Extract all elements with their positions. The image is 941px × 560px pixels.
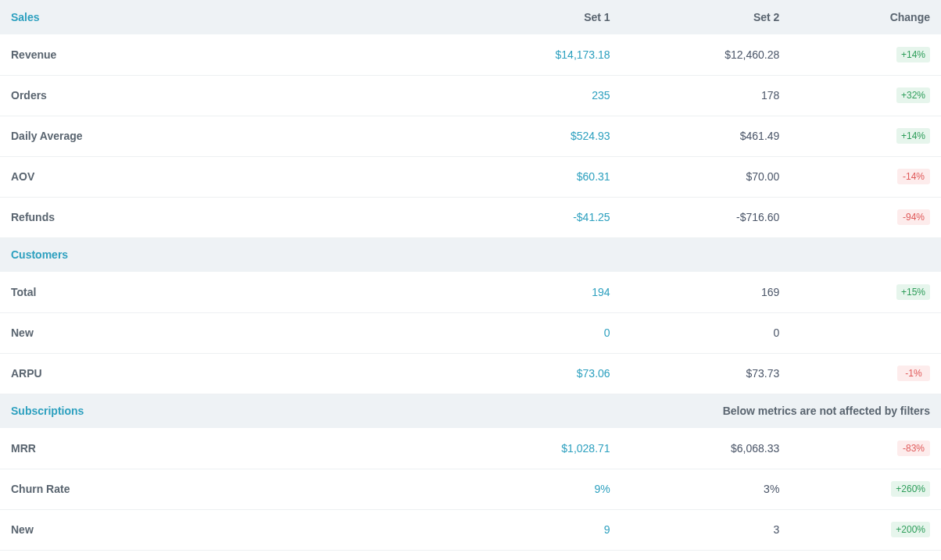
metric-change: +14% — [790, 116, 941, 156]
metric-change: +32% — [790, 75, 941, 116]
metric-set1[interactable]: $60.31 — [452, 156, 621, 197]
metric-set2: $73.73 — [621, 353, 791, 394]
metric-label-total: Total — [0, 272, 452, 312]
metric-set2: 26 — [621, 550, 791, 560]
table-row: Refunds -$41.25 -$716.60 -94% — [0, 197, 941, 237]
table-row: AOV $60.31 $70.00 -14% — [0, 156, 941, 197]
metric-change: -94% — [790, 197, 941, 237]
table-row: Churn Rate 9% 3% +260% — [0, 469, 941, 509]
change-badge: +14% — [896, 128, 930, 144]
comparison-table: Sales Set 1 Set 2 Change Revenue $14,173… — [0, 0, 941, 560]
metric-set1[interactable]: 194 — [452, 272, 621, 312]
metric-label-orders: Orders — [0, 75, 452, 116]
metric-change: +15% — [790, 272, 941, 312]
metric-set2: $70.00 — [621, 156, 791, 197]
table-row: Churned 20 26 -23% — [0, 550, 941, 560]
change-badge: +14% — [896, 47, 930, 62]
change-badge: +260% — [891, 481, 930, 497]
metric-set2: $461.49 — [621, 116, 791, 156]
metric-change: -1% — [790, 353, 941, 394]
table-row: ARPU $73.06 $73.73 -1% — [0, 353, 941, 394]
metric-label-mrr: MRR — [0, 428, 452, 469]
metric-label-churn-rate: Churn Rate — [0, 469, 452, 509]
section-title-sales: Sales — [0, 0, 452, 34]
table-row: New 0 0 — [0, 312, 941, 353]
table-row: Revenue $14,173.18 $12,460.28 +14% — [0, 34, 941, 75]
change-badge: -1% — [897, 366, 930, 381]
metric-label-refunds: Refunds — [0, 197, 452, 237]
column-header-set2: Set 2 — [621, 0, 791, 34]
change-badge: +15% — [896, 284, 930, 300]
metric-change: +14% — [790, 34, 941, 75]
metric-set1[interactable]: 9 — [452, 509, 621, 550]
metric-change: -14% — [790, 156, 941, 197]
change-badge: -83% — [897, 441, 930, 456]
metric-change: -83% — [790, 428, 941, 469]
metric-label-aov: AOV — [0, 156, 452, 197]
metric-set2: $12,460.28 — [621, 34, 791, 75]
section-header-subscriptions: Subscriptions Below metrics are not affe… — [0, 394, 941, 428]
metric-set1[interactable]: -$41.25 — [452, 197, 621, 237]
metric-set2: $6,068.33 — [621, 428, 791, 469]
metric-set1[interactable]: 9% — [452, 469, 621, 509]
metric-label-subscriptions-new: New — [0, 509, 452, 550]
metric-label-daily-average: Daily Average — [0, 116, 452, 156]
metric-change: +260% — [790, 469, 941, 509]
section-note-subscriptions: Below metrics are not affected by filter… — [452, 394, 941, 428]
metric-set2: -$716.60 — [621, 197, 791, 237]
section-title-subscriptions: Subscriptions — [0, 394, 452, 428]
metric-change — [790, 312, 941, 353]
section-header-sales: Sales Set 1 Set 2 Change — [0, 0, 941, 34]
metric-set2: 178 — [621, 75, 791, 116]
metric-set1[interactable]: 20 — [452, 550, 621, 560]
table-row: Total 194 169 +15% — [0, 272, 941, 312]
metric-set1[interactable]: $14,173.18 — [452, 34, 621, 75]
metric-set2: 169 — [621, 272, 791, 312]
metric-set1[interactable]: $1,028.71 — [452, 428, 621, 469]
change-badge: -94% — [897, 209, 930, 225]
change-badge: +32% — [896, 87, 930, 103]
metric-set1[interactable]: 235 — [452, 75, 621, 116]
table-row: Daily Average $524.93 $461.49 +14% — [0, 116, 941, 156]
column-header-change: Change — [790, 0, 941, 34]
metric-change: +200% — [790, 509, 941, 550]
table-row: New 9 3 +200% — [0, 509, 941, 550]
metric-label-arpu: ARPU — [0, 353, 452, 394]
section-title-customers: Customers — [0, 237, 941, 272]
column-header-set1: Set 1 — [452, 0, 621, 34]
metric-label-customers-new: New — [0, 312, 452, 353]
metric-label-churned: Churned — [0, 550, 452, 560]
metric-label-revenue: Revenue — [0, 34, 452, 75]
change-badge: +200% — [891, 522, 930, 537]
metric-set1[interactable]: $73.06 — [452, 353, 621, 394]
change-badge: -14% — [897, 169, 930, 184]
metric-set1[interactable]: $524.93 — [452, 116, 621, 156]
table-row: MRR $1,028.71 $6,068.33 -83% — [0, 428, 941, 469]
metric-set1[interactable]: 0 — [452, 312, 621, 353]
metric-change: -23% — [790, 550, 941, 560]
metric-set2: 0 — [621, 312, 791, 353]
section-header-customers: Customers — [0, 237, 941, 272]
metric-set2: 3% — [621, 469, 791, 509]
table-row: Orders 235 178 +32% — [0, 75, 941, 116]
metric-set2: 3 — [621, 509, 791, 550]
